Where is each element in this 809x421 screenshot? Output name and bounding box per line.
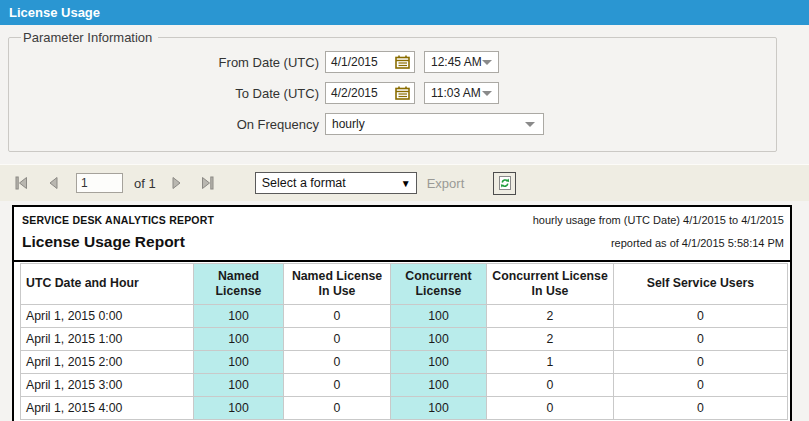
report-timestamp: reported as of 4/1/2015 5:58:14 PM [611, 237, 784, 249]
chevron-down-icon: ▼ [401, 178, 411, 189]
to-time-select[interactable]: 11:03 AM [424, 82, 499, 104]
report-table-wrap: UTC Date and HourNamed LicenseNamed Lice… [14, 262, 790, 420]
table-cell: 100 [391, 328, 487, 351]
report-range-text: hourly usage from (UTC Date) 4/1/2015 to… [533, 214, 784, 226]
report-title: License Usage Report [22, 233, 185, 251]
parameter-legend: Parameter Information [21, 30, 158, 45]
table-cell: 0 [614, 397, 788, 420]
calendar-icon[interactable] [395, 86, 410, 100]
table-cell: 0 [487, 374, 614, 397]
column-header: Concurrent License [391, 264, 487, 305]
table-cell: April 1, 2015 3:00 [21, 374, 194, 397]
table-cell: April 1, 2015 4:00 [21, 397, 194, 420]
chevron-down-icon [525, 122, 535, 127]
next-page-icon[interactable] [168, 175, 185, 191]
table-header-row: UTC Date and HourNamed LicenseNamed Lice… [21, 264, 788, 305]
table-cell: 0 [284, 397, 391, 420]
table-cell: 0 [614, 328, 788, 351]
table-cell: 0 [284, 305, 391, 328]
format-select[interactable]: Select a format ▼ [255, 172, 417, 194]
table-cell: 100 [391, 351, 487, 374]
table-cell: 100 [194, 374, 284, 397]
table-cell: 0 [487, 397, 614, 420]
to-date-input[interactable]: 4/2/2015 [325, 82, 415, 104]
chevron-down-icon [482, 91, 492, 96]
calendar-icon[interactable] [395, 55, 410, 69]
table-cell: 2 [487, 328, 614, 351]
frequency-label: On Frequency [9, 117, 325, 132]
from-time-select[interactable]: 12:45 AM [424, 51, 499, 73]
column-header: Named License In Use [284, 264, 391, 305]
report-header: SERVICE DESK ANALYTICS REPORT hourly usa… [14, 207, 790, 260]
column-header: UTC Date and Hour [21, 264, 194, 305]
page-count-label: of 1 [134, 176, 156, 191]
first-page-icon[interactable] [13, 175, 30, 191]
last-page-icon[interactable] [199, 175, 216, 191]
table-cell: April 1, 2015 0:00 [21, 305, 194, 328]
usage-table: UTC Date and HourNamed LicenseNamed Lice… [20, 263, 788, 420]
from-date-input[interactable]: 4/1/2015 [325, 51, 415, 73]
table-row: April 1, 2015 0:00100010020 [21, 305, 788, 328]
table-row: April 1, 2015 3:00100010000 [21, 374, 788, 397]
prev-page-icon[interactable] [45, 175, 62, 191]
report-toolbar: of 1 Select a format ▼ Export [0, 164, 809, 201]
from-date-label: From Date (UTC) [9, 55, 325, 70]
table-cell: 100 [194, 305, 284, 328]
table-cell: April 1, 2015 2:00 [21, 351, 194, 374]
table-cell: 100 [194, 328, 284, 351]
table-cell: 100 [391, 374, 487, 397]
report-kicker: SERVICE DESK ANALYTICS REPORT [22, 214, 214, 226]
window-title-bar: License Usage [0, 0, 809, 25]
refresh-icon [497, 175, 513, 191]
frequency-select[interactable]: hourly [325, 113, 544, 135]
parameter-section: Parameter Information From Date (UTC) 4/… [0, 25, 809, 163]
page: License Usage Parameter Information From… [0, 0, 809, 421]
from-date-value: 4/1/2015 [331, 55, 378, 69]
chevron-down-icon [482, 60, 492, 65]
column-header: Self Service Users [614, 264, 788, 305]
table-body: April 1, 2015 0:00100010020April 1, 2015… [21, 305, 788, 420]
table-row: April 1, 2015 1:00100010020 [21, 328, 788, 351]
to-date-value: 4/2/2015 [331, 86, 378, 100]
table-cell: 0 [284, 374, 391, 397]
table-cell: 100 [391, 305, 487, 328]
table-head: UTC Date and HourNamed LicenseNamed Lice… [21, 264, 788, 305]
parameter-fieldset: Parameter Information From Date (UTC) 4/… [8, 30, 777, 152]
frequency-row: On Frequency hourly [9, 113, 776, 135]
table-cell: 1 [487, 351, 614, 374]
table-row: April 1, 2015 2:00100010010 [21, 351, 788, 374]
from-date-row: From Date (UTC) 4/1/2015 [9, 51, 776, 73]
refresh-button[interactable] [493, 172, 516, 195]
to-time-value: 11:03 AM [431, 86, 481, 100]
from-time-value: 12:45 AM [431, 55, 482, 69]
table-cell: 100 [391, 397, 487, 420]
table-cell: 0 [284, 351, 391, 374]
column-header: Concurrent License In Use [487, 264, 614, 305]
table-cell: 0 [284, 328, 391, 351]
table-cell: 100 [194, 397, 284, 420]
table-cell: 2 [487, 305, 614, 328]
table-cell: 0 [614, 305, 788, 328]
export-button[interactable]: Export [427, 176, 465, 191]
page-number-input[interactable] [76, 173, 123, 193]
format-select-value: Select a format [262, 176, 346, 190]
table-row: April 1, 2015 4:00100010000 [21, 397, 788, 420]
column-header: Named License [194, 264, 284, 305]
table-cell: 0 [614, 351, 788, 374]
frequency-value: hourly [332, 117, 365, 131]
to-date-row: To Date (UTC) 4/2/2015 [9, 82, 776, 104]
table-cell: 100 [194, 351, 284, 374]
table-cell: April 1, 2015 1:00 [21, 328, 194, 351]
report-frame: SERVICE DESK ANALYTICS REPORT hourly usa… [12, 205, 792, 421]
page-title: License Usage [9, 5, 100, 20]
to-date-label: To Date (UTC) [9, 86, 325, 101]
table-cell: 0 [614, 374, 788, 397]
